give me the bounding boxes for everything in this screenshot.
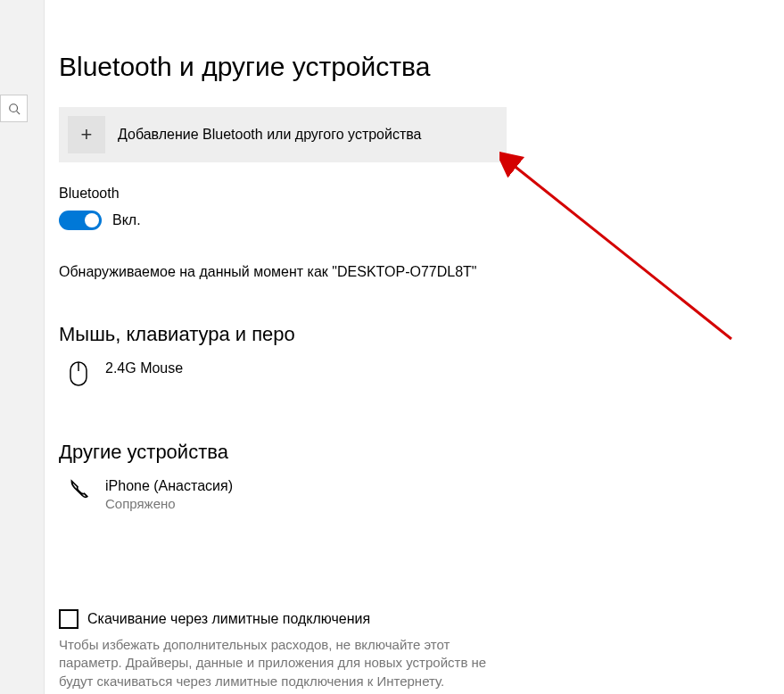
add-device-button[interactable]: + Добавление Bluetooth или другого устро… <box>59 107 507 162</box>
toggle-knob <box>85 213 99 227</box>
mouse-icon <box>69 360 88 387</box>
page-title: Bluetooth и другие устройства <box>59 52 766 82</box>
section-other-devices: Другие устройства <box>59 441 766 464</box>
device-status: Сопряжено <box>105 496 233 511</box>
search-icon <box>8 103 21 115</box>
bluetooth-toggle[interactable] <box>59 211 102 230</box>
phone-icon <box>67 478 90 501</box>
plus-icon: + <box>68 116 105 153</box>
metered-description: Чтобы избежать дополнительных расходов, … <box>59 636 500 690</box>
add-device-label: Добавление Bluetooth или другого устройс… <box>118 127 422 143</box>
search-button[interactable] <box>0 95 28 122</box>
svg-point-0 <box>9 103 17 112</box>
device-name: 2.4G Mouse <box>105 360 183 376</box>
metered-download-checkbox[interactable] <box>59 609 78 629</box>
device-item-mouse[interactable]: 2.4G Mouse <box>59 357 766 414</box>
svg-line-1 <box>16 111 20 114</box>
metered-download-label: Скачивание через лимитные подключения <box>87 611 370 627</box>
bluetooth-label: Bluetooth <box>59 186 766 202</box>
bluetooth-state-text: Вкл. <box>112 212 141 228</box>
device-item-phone[interactable]: iPhone (Анастасия) Сопряжено <box>59 475 766 538</box>
discoverable-text: Обнаруживаемое на данный момент как "DES… <box>59 264 766 280</box>
section-mouse-keyboard-pen: Мышь, клавиатура и перо <box>59 323 766 346</box>
device-name: iPhone (Анастасия) <box>105 478 233 494</box>
